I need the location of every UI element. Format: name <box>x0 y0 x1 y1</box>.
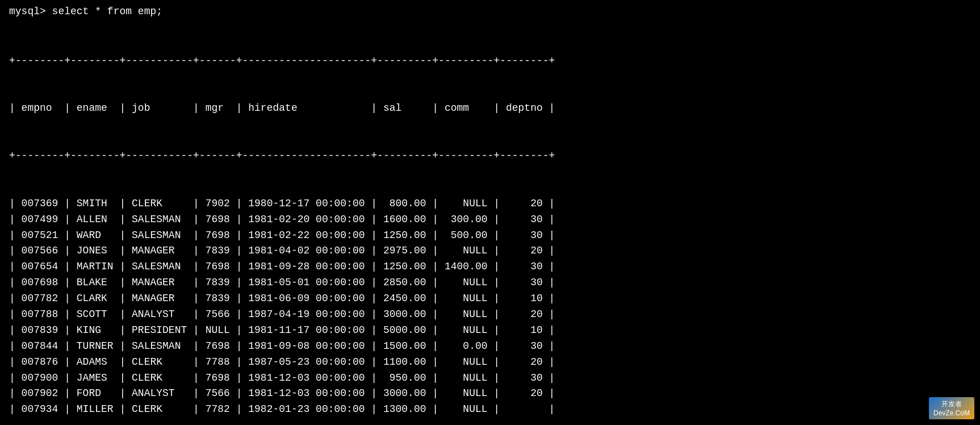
table-row: | 007654 | MARTIN | SALESMAN | 7698 | 19… <box>9 259 971 275</box>
table-row: | 007369 | SMITH | CLERK | 7902 | 1980-1… <box>9 196 971 212</box>
table-row: | 007839 | KING | PRESIDENT | NULL | 198… <box>9 323 971 339</box>
watermark-line2: DevZe.CoM <box>933 409 970 417</box>
watermark: 开发者 DevZe.CoM <box>929 397 974 419</box>
watermark-line1: 开发者 <box>933 399 970 409</box>
table-row: | 007844 | TURNER | SALESMAN | 7698 | 19… <box>9 339 971 355</box>
table-row: | 007788 | SCOTT | ANALYST | 7566 | 1987… <box>9 307 971 323</box>
table-row: | 007876 | ADAMS | CLERK | 7788 | 1987-0… <box>9 355 971 370</box>
table-row: | 007521 | WARD | SALESMAN | 7698 | 1981… <box>9 228 971 244</box>
header-separator: +--------+--------+-----------+------+--… <box>9 148 971 164</box>
table-row: | 007934 | MILLER | CLERK | 7782 | 1982-… <box>9 402 971 418</box>
top-separator: +--------+--------+-----------+------+--… <box>9 53 971 69</box>
table-row: | 007900 | JAMES | CLERK | 7698 | 1981-1… <box>9 370 971 386</box>
table-row: | 007698 | BLAKE | MANAGER | 7839 | 1981… <box>9 275 971 291</box>
table-header: | empno | ename | job | mgr | hiredate |… <box>9 101 971 116</box>
table-container: +--------+--------+-----------+------+--… <box>9 22 971 425</box>
table-row: | 007566 | JONES | MANAGER | 7839 | 1981… <box>9 243 971 259</box>
table-row: | 007902 | FORD | ANALYST | 7566 | 1981-… <box>9 386 971 402</box>
table-row: | 007782 | CLARK | MANAGER | 7839 | 1981… <box>9 291 971 307</box>
table-row: | 007499 | ALLEN | SALESMAN | 7698 | 198… <box>9 212 971 228</box>
command-line: mysql> select * from emp; <box>9 6 971 17</box>
